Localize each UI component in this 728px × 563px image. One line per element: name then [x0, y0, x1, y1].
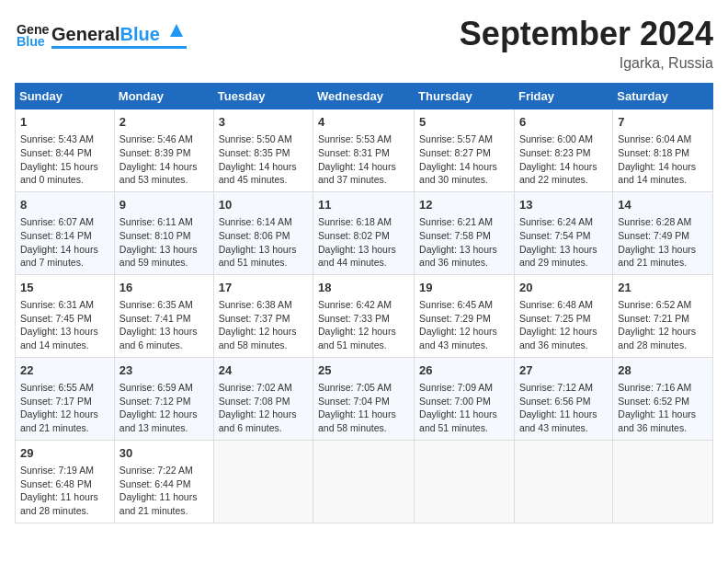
- day-info-line-1: Sunrise: 6:38 AM: [219, 298, 308, 312]
- day-info-line-3: Daylight: 13 hours: [318, 243, 409, 257]
- day-number: 30: [119, 445, 209, 462]
- day-info-line-3: Daylight: 11 hours: [20, 490, 109, 504]
- day-info-line-2: Sunset: 8:10 PM: [119, 229, 209, 243]
- day-info-line-1: Sunrise: 6:45 AM: [419, 298, 509, 312]
- day-info-line-4: and 6 minutes.: [219, 421, 308, 435]
- day-info-line-1: Sunrise: 6:35 AM: [119, 298, 209, 312]
- calendar-cell: 9Sunrise: 6:11 AMSunset: 8:10 PMDaylight…: [114, 191, 213, 274]
- day-info-line-3: Daylight: 14 hours: [519, 160, 608, 174]
- day-info-line-4: and 0 minutes.: [20, 173, 109, 187]
- calendar-week-1: 1Sunrise: 5:43 AMSunset: 8:44 PMDaylight…: [16, 109, 713, 192]
- logo-blue: Blue: [119, 24, 159, 44]
- day-info-line-3: Daylight: 11 hours: [419, 408, 509, 421]
- day-number: 2: [119, 114, 209, 131]
- day-info-line-1: Sunrise: 5:46 AM: [119, 132, 209, 146]
- day-info-line-3: Daylight: 13 hours: [519, 243, 608, 257]
- day-info-line-2: Sunset: 7:21 PM: [618, 312, 708, 326]
- calendar-cell: 23Sunrise: 6:59 AMSunset: 7:12 PMDayligh…: [114, 357, 213, 440]
- calendar-cell: 15Sunrise: 6:31 AMSunset: 7:45 PMDayligh…: [16, 274, 115, 357]
- day-number: 18: [318, 280, 409, 296]
- day-info-line-1: Sunrise: 6:48 AM: [519, 298, 608, 312]
- day-info-line-4: and 29 minutes.: [519, 256, 608, 270]
- calendar-header-tuesday: Tuesday: [213, 84, 313, 109]
- day-info-line-3: Daylight: 13 hours: [219, 243, 308, 257]
- day-info-line-2: Sunset: 8:39 PM: [119, 146, 209, 160]
- day-info-line-1: Sunrise: 6:21 AM: [419, 215, 509, 229]
- day-number: 1: [20, 114, 109, 131]
- day-info-line-1: Sunrise: 7:12 AM: [519, 381, 608, 395]
- day-info-line-3: Daylight: 13 hours: [119, 243, 209, 257]
- day-info-line-2: Sunset: 8:27 PM: [419, 146, 509, 160]
- day-info-line-2: Sunset: 7:08 PM: [219, 395, 308, 408]
- day-info-line-3: Daylight: 11 hours: [618, 408, 708, 421]
- day-info-line-1: Sunrise: 6:14 AM: [219, 215, 308, 229]
- svg-text:Blue: Blue: [17, 34, 45, 49]
- day-info-line-4: and 14 minutes.: [20, 339, 109, 352]
- calendar-cell: 12Sunrise: 6:21 AMSunset: 7:58 PMDayligh…: [415, 191, 515, 274]
- day-number: 5: [419, 114, 509, 131]
- day-info-line-1: Sunrise: 7:05 AM: [318, 381, 409, 395]
- svg-marker-3: [170, 24, 183, 37]
- day-info-line-1: Sunrise: 5:53 AM: [318, 132, 409, 146]
- day-info-line-3: Daylight: 11 hours: [519, 408, 608, 421]
- calendar-cell: [613, 440, 713, 523]
- day-info-line-4: and 45 minutes.: [219, 173, 308, 187]
- day-info-line-3: Daylight: 14 hours: [419, 160, 509, 174]
- day-info-line-4: and 51 minutes.: [219, 256, 308, 270]
- day-number: 10: [219, 197, 308, 213]
- location: Igarka, Russia: [460, 55, 713, 72]
- calendar-cell: [514, 440, 612, 523]
- day-info-line-1: Sunrise: 6:52 AM: [618, 298, 708, 312]
- day-number: 17: [219, 280, 308, 296]
- day-info-line-1: Sunrise: 6:18 AM: [318, 215, 409, 229]
- day-number: 16: [119, 280, 209, 296]
- day-info-line-2: Sunset: 8:18 PM: [618, 146, 708, 160]
- day-info-line-2: Sunset: 7:58 PM: [419, 229, 509, 243]
- day-info-line-4: and 28 minutes.: [20, 504, 109, 518]
- day-info-line-2: Sunset: 7:29 PM: [419, 312, 509, 326]
- day-info-line-3: Daylight: 13 hours: [119, 325, 209, 339]
- day-number: 25: [318, 362, 409, 379]
- calendar-cell: [415, 440, 515, 523]
- calendar-cell: [213, 440, 313, 523]
- day-info-line-1: Sunrise: 7:16 AM: [618, 381, 708, 395]
- calendar-cell: 29Sunrise: 7:19 AMSunset: 6:48 PMDayligh…: [16, 440, 115, 523]
- day-info-line-2: Sunset: 7:12 PM: [119, 395, 209, 408]
- day-info-line-3: Daylight: 12 hours: [219, 408, 308, 421]
- day-info-line-4: and 30 minutes.: [419, 173, 509, 187]
- calendar-header-row: SundayMondayTuesdayWednesdayThursdayFrid…: [16, 84, 713, 109]
- calendar-cell: 7Sunrise: 6:04 AMSunset: 8:18 PMDaylight…: [613, 109, 713, 192]
- calendar-header-monday: Monday: [114, 84, 213, 109]
- day-info-line-3: Daylight: 11 hours: [119, 490, 209, 504]
- day-number: 3: [219, 114, 308, 131]
- logo-arrow: [166, 20, 187, 44]
- day-info-line-2: Sunset: 7:04 PM: [318, 395, 409, 408]
- day-info-line-4: and 44 minutes.: [318, 256, 409, 270]
- day-info-line-4: and 58 minutes.: [318, 421, 409, 435]
- calendar-cell: 10Sunrise: 6:14 AMSunset: 8:06 PMDayligh…: [213, 191, 313, 274]
- day-info-line-4: and 22 minutes.: [519, 173, 608, 187]
- logo: General Blue GeneralBlue: [15, 15, 187, 53]
- day-info-line-3: Daylight: 12 hours: [318, 325, 409, 339]
- calendar-cell: 19Sunrise: 6:45 AMSunset: 7:29 PMDayligh…: [415, 274, 515, 357]
- day-info-line-2: Sunset: 7:54 PM: [519, 229, 608, 243]
- calendar-cell: 4Sunrise: 5:53 AMSunset: 8:31 PMDaylight…: [313, 109, 415, 192]
- day-number: 28: [618, 362, 708, 379]
- calendar-header-friday: Friday: [514, 84, 612, 109]
- day-info-line-4: and 36 minutes.: [618, 421, 708, 435]
- day-info-line-4: and 13 minutes.: [119, 421, 209, 435]
- day-info-line-3: Daylight: 12 hours: [219, 325, 308, 339]
- day-info-line-4: and 28 minutes.: [618, 339, 708, 352]
- day-info-line-3: Daylight: 13 hours: [419, 243, 509, 257]
- day-info-line-2: Sunset: 8:44 PM: [20, 146, 109, 160]
- day-number: 26: [419, 362, 509, 379]
- day-info-line-2: Sunset: 8:23 PM: [519, 146, 608, 160]
- day-info-line-3: Daylight: 14 hours: [119, 160, 209, 174]
- day-info-line-4: and 21 minutes.: [119, 504, 209, 518]
- calendar-header-thursday: Thursday: [415, 84, 515, 109]
- title-block: September 2024 Igarka, Russia: [460, 15, 713, 72]
- calendar-cell: 2Sunrise: 5:46 AMSunset: 8:39 PMDaylight…: [114, 109, 213, 192]
- day-info-line-1: Sunrise: 6:00 AM: [519, 132, 608, 146]
- day-number: 27: [519, 362, 608, 379]
- calendar-cell: 28Sunrise: 7:16 AMSunset: 6:52 PMDayligh…: [613, 357, 713, 440]
